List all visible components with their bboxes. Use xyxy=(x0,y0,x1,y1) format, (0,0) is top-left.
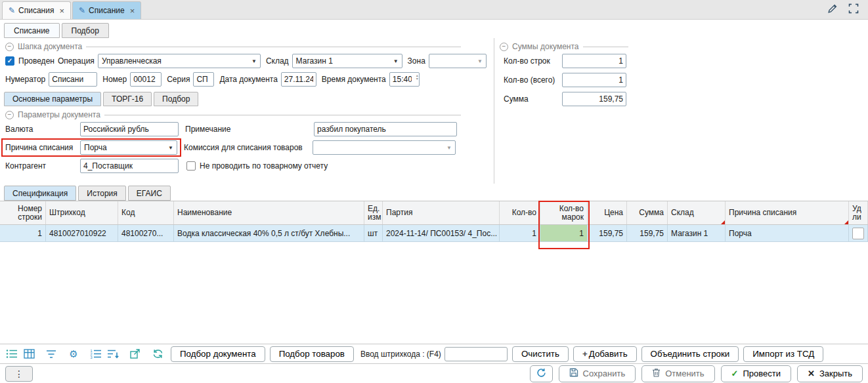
seriya-input[interactable] xyxy=(193,72,214,87)
conduct-button[interactable]: ✓Провести xyxy=(721,365,791,382)
window-tab-spisanie[interactable]: ✎ Списание × xyxy=(72,1,141,19)
summa-input[interactable] xyxy=(562,92,626,106)
rows-count-label: Кол-во строк xyxy=(504,56,559,66)
table-row[interactable]: 1 4810027010922 48100270... Водка класси… xyxy=(0,225,868,242)
tab-egais[interactable]: ЕГАИС xyxy=(128,186,171,201)
close-button[interactable]: ✕Закрыть xyxy=(797,365,863,382)
numbered-list-icon[interactable]: 123 xyxy=(87,347,104,361)
column-header-unit[interactable]: Ед. изм xyxy=(364,201,383,224)
cancel-button[interactable]: Отменить xyxy=(641,365,714,382)
filter-icon[interactable] xyxy=(43,347,60,361)
close-icon: ✕ xyxy=(808,369,815,378)
podbor-tovarov-button[interactable]: Подбор товаров xyxy=(270,346,354,362)
cell-reason[interactable]: Порча xyxy=(726,225,849,242)
rows-count-input[interactable] xyxy=(562,54,626,68)
row-delete-dropdown[interactable] xyxy=(852,228,864,239)
cell-price[interactable]: 159,75 xyxy=(588,225,627,242)
tab-osnovnye-parametry[interactable]: Основные параметры xyxy=(4,92,101,106)
column-header-sklad[interactable]: Склад xyxy=(668,201,726,224)
tab-podbor[interactable]: Подбор xyxy=(62,23,109,38)
cell-sum[interactable]: 159,75 xyxy=(627,225,668,242)
sklad-value: Магазин 1 xyxy=(296,56,333,66)
cell-num[interactable]: 1 xyxy=(0,225,46,242)
tab-torg-16[interactable]: ТОРГ-16 xyxy=(103,92,152,106)
doc-time-input[interactable] xyxy=(389,72,420,87)
cell-code[interactable]: 48100270... xyxy=(118,225,174,242)
table-view-icon[interactable] xyxy=(20,347,37,361)
cell-name[interactable]: Водка классическая 40% 0,5 л ст/бут Хлеб… xyxy=(174,225,364,242)
app-window: ✎ Списания × ✎ Списание × Списание Подбо… xyxy=(0,0,868,383)
settings-gear-icon[interactable]: ⚙ xyxy=(65,347,82,361)
qty-total-input[interactable] xyxy=(562,73,626,87)
cell-unit[interactable]: шт xyxy=(364,225,383,242)
cell-sklad[interactable]: Магазин 1 xyxy=(668,225,726,242)
barcode-input[interactable] xyxy=(445,347,508,361)
valyuta-input[interactable] xyxy=(80,122,179,136)
fullscreen-icon[interactable] xyxy=(848,3,859,16)
collapse-icon[interactable]: − xyxy=(5,43,14,51)
refresh-columns-icon[interactable] xyxy=(149,347,166,361)
section-divider xyxy=(86,47,461,47)
tab-spisanie[interactable]: Списание xyxy=(4,23,60,38)
column-header-price[interactable]: Цена xyxy=(588,201,627,224)
sklad-select[interactable]: Магазин 1 ▼ xyxy=(292,54,402,68)
numerator-input[interactable] xyxy=(49,72,97,87)
tab-close-icon[interactable]: × xyxy=(59,6,64,16)
operation-select[interactable]: Управленческая ▼ xyxy=(98,54,261,68)
cell-marks-qty[interactable]: 1 xyxy=(540,225,588,242)
list-view-icon[interactable] xyxy=(3,347,20,361)
nomer-label: Номер xyxy=(102,75,127,84)
add-button[interactable]: +Добавить xyxy=(573,346,637,362)
proveden-checkbox[interactable]: ✓ xyxy=(5,56,14,66)
export-icon[interactable] xyxy=(127,347,144,361)
column-header-name[interactable]: Наименование xyxy=(174,201,364,224)
primechanie-input[interactable] xyxy=(314,122,457,136)
import-tsd-button[interactable]: Импорт из ТСД xyxy=(743,346,823,362)
merge-rows-button[interactable]: Объединить строки xyxy=(641,346,739,362)
tab-close-icon[interactable]: × xyxy=(130,6,135,16)
sort-lines-icon[interactable] xyxy=(104,347,121,361)
doc-date-label: Дата документа xyxy=(219,75,277,84)
komissiya-select[interactable]: ▼ xyxy=(313,140,456,155)
column-header-reason[interactable]: Причина списания xyxy=(726,201,849,224)
doc-date-input[interactable] xyxy=(281,72,316,87)
cell-qty[interactable]: 1 xyxy=(500,225,540,242)
tab-specifikaciya[interactable]: Спецификация xyxy=(4,186,76,201)
kontragent-input[interactable] xyxy=(80,159,179,173)
section-title: Параметры документа xyxy=(18,110,100,119)
window-tab-spisaniya[interactable]: ✎ Списания × xyxy=(2,1,71,19)
zona-select[interactable]: ▼ xyxy=(429,54,487,68)
clear-button[interactable]: Очистить xyxy=(512,346,569,362)
column-header-code[interactable]: Код xyxy=(118,201,174,224)
column-header-batch[interactable]: Партия xyxy=(383,201,500,224)
time-spinner-icon[interactable]: ▴▾ xyxy=(416,74,418,81)
spec-grid: Номер строки Штрихкод Код Наименование Е… xyxy=(0,201,868,344)
window-actions xyxy=(827,3,868,16)
column-header-marks[interactable]: Кол-во марок xyxy=(540,201,588,224)
edit-pencil-icon[interactable] xyxy=(827,3,838,16)
prichina-spisaniya-label: Причина списания xyxy=(5,143,80,152)
svg-text:3: 3 xyxy=(91,355,93,359)
cancel-label: Отменить xyxy=(665,369,704,378)
column-header-delete[interactable]: Уд ли xyxy=(849,201,868,224)
collapse-icon[interactable]: − xyxy=(5,111,14,119)
sums-row-count: Кол-во строк xyxy=(494,54,868,68)
kontragent-label: Контрагент xyxy=(5,161,80,171)
nomer-input[interactable] xyxy=(130,72,162,87)
prichina-spisaniya-select[interactable]: Порча ▼ xyxy=(80,140,177,155)
tab-podbor-2[interactable]: Подбор xyxy=(154,92,198,106)
cell-batch[interactable]: 2024-11-14/ ПС00153/ 4_Пос... xyxy=(383,225,500,242)
no-report-checkbox[interactable] xyxy=(186,161,196,171)
refresh-button[interactable] xyxy=(530,365,553,382)
cell-barcode[interactable]: 4810027010922 xyxy=(46,225,118,242)
column-header-sum[interactable]: Сумма xyxy=(627,201,668,224)
tab-istoriya[interactable]: История xyxy=(78,186,126,201)
column-header-qty[interactable]: Кол-во xyxy=(500,201,540,224)
more-menu-button[interactable]: ⋮ xyxy=(5,366,33,382)
column-header-num[interactable]: Номер строки xyxy=(0,201,46,224)
podbor-documenta-button[interactable]: Подбор документа xyxy=(171,346,265,362)
section-header-parametry: − Параметры документа xyxy=(5,109,461,121)
collapse-icon[interactable]: − xyxy=(500,43,508,51)
column-header-barcode[interactable]: Штрихкод xyxy=(46,201,118,224)
save-button[interactable]: Сохранить xyxy=(559,365,636,382)
